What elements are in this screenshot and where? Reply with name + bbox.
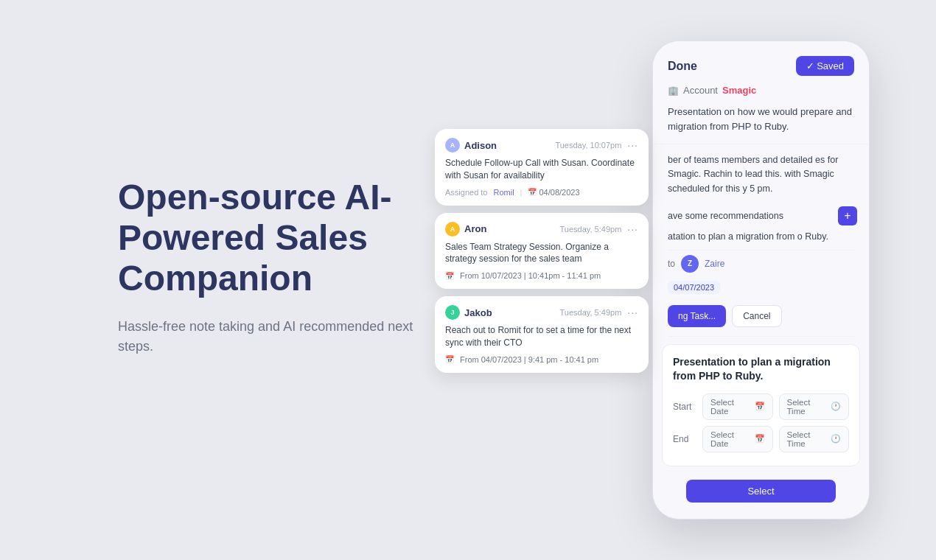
username-aron: Aron [464, 223, 486, 234]
assignee-avatar: Z [681, 255, 699, 273]
card-dots-adison: ··· [627, 139, 638, 151]
account-row: 🏢 Account Smagic [653, 85, 869, 105]
assign-row: to Z Zaire [653, 251, 869, 277]
due-date-adison: 📅 04/08/2023 [528, 188, 579, 197]
body-text-content: ber of teams members and detailed es for… [668, 155, 838, 194]
task-card-section: Presentation to plan a migration from PH… [662, 344, 860, 466]
phone-frame: Done ✓ Saved 🏢 Account Smagic Presentati… [652, 41, 870, 519]
card-time-adison: Tuesday, 10:07pm [555, 141, 621, 150]
card-user-adison: A Adison [445, 138, 497, 153]
date-chip: 04/07/2023 [668, 281, 720, 294]
card-header-aron: A Aron Tuesday, 5:49pm ··· [445, 222, 638, 237]
card-body-adison: Schedule Follow-up Call with Susan. Coor… [445, 157, 638, 182]
account-name: Smagic [722, 85, 756, 96]
cancel-button[interactable]: Cancel [732, 305, 781, 327]
phone-body-text: ber of teams members and detailed es for… [653, 144, 869, 205]
note2-text: atation to plan a migration from o Ruby. [653, 227, 869, 250]
chat-card-jakob: J Jakob Tuesday, 5:49pm ··· Reach out to… [435, 296, 649, 373]
select-row: Select [653, 474, 869, 503]
end-time-input[interactable]: Select Time 🕐 [779, 426, 850, 452]
note2-content: atation to plan a migration from o Ruby. [668, 231, 828, 242]
select-button[interactable]: Select [686, 480, 835, 503]
start-time-text: Select Time [787, 398, 827, 416]
clock-icon-end: 🕐 [831, 434, 841, 444]
card-dots-jakob: ··· [627, 307, 638, 318]
hero-title: Open-source AI-Powered Sales Companion [118, 177, 427, 299]
card-meta-jakob: 📅 From 04/07/2023 | 9:41 pm - 10:41 pm [445, 355, 638, 364]
done-label: Done [668, 60, 697, 73]
username-jakob: Jakob [464, 307, 492, 318]
divider-2 [668, 336, 854, 337]
building-icon: 🏢 [668, 85, 679, 96]
from-text-jakob: From 04/07/2023 | 9:41 pm - 10:41 pm [460, 355, 598, 364]
add-button[interactable]: + [838, 206, 857, 225]
create-task-button[interactable]: ng Task... [668, 305, 726, 327]
date-chip-row: 04/07/2023 [653, 277, 869, 299]
card-time-aron: Tuesday, 5:49pm [560, 225, 622, 234]
hero-subtitle: Hassle-free note taking and AI recommend… [118, 317, 427, 357]
chat-card-adison: A Adison Tuesday, 10:07pm ··· Schedule F… [435, 129, 649, 206]
end-date-text: Select Date [710, 430, 750, 448]
username-adison: Adison [464, 140, 497, 151]
avatar-jakob: J [445, 305, 460, 320]
card-body-aron: Sales Team Strategy Session. Organize a … [445, 241, 638, 266]
card-dots-aron: ··· [627, 223, 638, 235]
end-date-row: End Select Date 📅 Select Time 🕐 [673, 426, 849, 452]
calendar-icon: 📅 [528, 188, 537, 196]
saved-button[interactable]: ✓ Saved [796, 56, 854, 76]
recommendations-text: ave some recommendations [668, 211, 783, 221]
start-label: Start [673, 402, 696, 412]
card-meta-adison: Assigned to Romil | 📅 04/08/2023 [445, 188, 638, 197]
recommendations-row: ave some recommendations + [653, 205, 869, 227]
end-label: End [673, 434, 696, 444]
due-date-value: 04/08/2023 [539, 188, 579, 197]
assigned-name-adison: Romil [493, 188, 514, 197]
description-text: Presentation on how we would prepare and… [668, 106, 852, 132]
phone-header: Done ✓ Saved [653, 41, 869, 85]
action-row: ng Task... Cancel [653, 299, 869, 336]
card-user-jakob: J Jakob [445, 305, 492, 320]
card-user-aron: A Aron [445, 222, 486, 237]
card-meta-aron: 📅 From 10/07/2023 | 10:41pm - 11:41 pm [445, 271, 638, 280]
from-icon: 📅 [445, 272, 454, 280]
clock-icon-start: 🕐 [831, 402, 841, 411]
calendar-icon-end: 📅 [755, 434, 765, 444]
card-header-jakob: J Jakob Tuesday, 5:49pm ··· [445, 305, 638, 320]
assign-to-label: to [668, 259, 675, 269]
end-time-text: Select Time [787, 430, 827, 448]
phone-inner: Done ✓ Saved 🏢 Account Smagic Presentati… [653, 41, 869, 519]
chat-cards-container: A Adison Tuesday, 10:07pm ··· Schedule F… [435, 129, 649, 380]
account-label: Account [683, 85, 718, 96]
end-date-input[interactable]: Select Date 📅 [702, 426, 773, 452]
assigned-label: Assigned to [445, 188, 487, 197]
meta-separator: | [520, 188, 523, 197]
calendar-icon-start: 📅 [755, 402, 765, 411]
avatar-aron: A [445, 222, 460, 237]
start-date-text: Select Date [710, 398, 750, 416]
card-time-jakob: Tuesday, 5:49pm [560, 308, 622, 317]
start-time-input[interactable]: Select Time 🕐 [779, 393, 850, 420]
card-body-jakob: Reach out to Romit for to set a time for… [445, 324, 638, 349]
from-text-aron: From 10/07/2023 | 10:41pm - 11:41 pm [460, 271, 601, 280]
hero-section: Open-source AI-Powered Sales Companion H… [118, 177, 427, 357]
task-title: Presentation to plan a migration from PH… [673, 355, 849, 383]
card-header-adison: A Adison Tuesday, 10:07pm ··· [445, 138, 638, 153]
start-date-row: Start Select Date 📅 Select Time 🕐 [673, 393, 849, 420]
chat-card-aron: A Aron Tuesday, 5:49pm ··· Sales Team St… [435, 213, 649, 290]
from-icon-jakob: 📅 [445, 355, 454, 363]
assignee-name: Zaire [705, 259, 724, 269]
phone-description: Presentation on how we would prepare and… [653, 105, 869, 144]
avatar-adison: A [445, 138, 460, 153]
start-date-input[interactable]: Select Date 📅 [702, 393, 773, 420]
